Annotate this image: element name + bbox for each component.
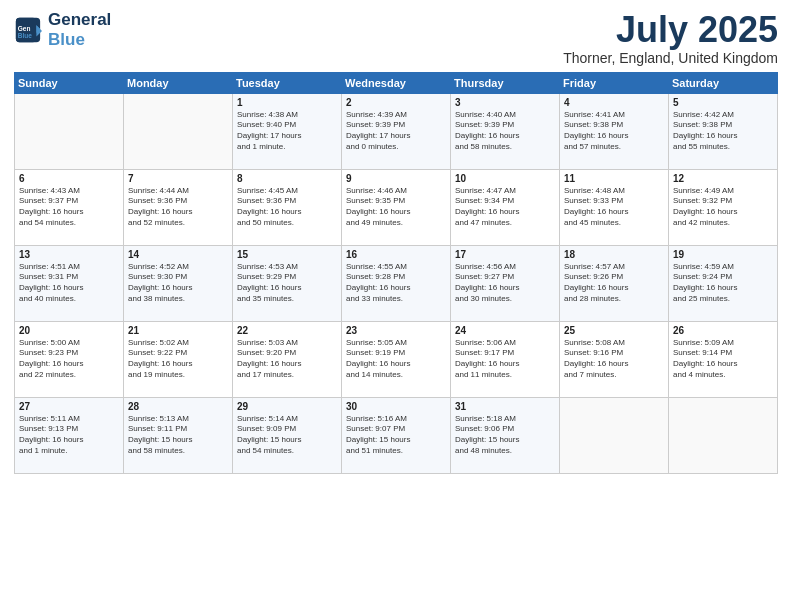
day-number: 9 bbox=[346, 173, 446, 184]
logo-text-line1: General bbox=[48, 10, 111, 30]
day-content: Sunrise: 4:40 AM Sunset: 9:39 PM Dayligh… bbox=[455, 110, 555, 153]
month-title: July 2025 bbox=[563, 10, 778, 50]
day-content: Sunrise: 5:06 AM Sunset: 9:17 PM Dayligh… bbox=[455, 338, 555, 381]
day-content: Sunrise: 5:09 AM Sunset: 9:14 PM Dayligh… bbox=[673, 338, 773, 381]
day-number: 6 bbox=[19, 173, 119, 184]
cell-5-7 bbox=[669, 397, 778, 473]
cell-4-7: 26Sunrise: 5:09 AM Sunset: 9:14 PM Dayli… bbox=[669, 321, 778, 397]
cell-1-7: 5Sunrise: 4:42 AM Sunset: 9:38 PM Daylig… bbox=[669, 93, 778, 169]
day-content: Sunrise: 4:46 AM Sunset: 9:35 PM Dayligh… bbox=[346, 186, 446, 229]
cell-2-1: 6Sunrise: 4:43 AM Sunset: 9:37 PM Daylig… bbox=[15, 169, 124, 245]
cell-2-4: 9Sunrise: 4:46 AM Sunset: 9:35 PM Daylig… bbox=[342, 169, 451, 245]
cell-4-2: 21Sunrise: 5:02 AM Sunset: 9:22 PM Dayli… bbox=[124, 321, 233, 397]
week-row-1: 1Sunrise: 4:38 AM Sunset: 9:40 PM Daylig… bbox=[15, 93, 778, 169]
day-content: Sunrise: 4:49 AM Sunset: 9:32 PM Dayligh… bbox=[673, 186, 773, 229]
col-sunday: Sunday bbox=[15, 72, 124, 93]
cell-3-1: 13Sunrise: 4:51 AM Sunset: 9:31 PM Dayli… bbox=[15, 245, 124, 321]
title-block: July 2025 Thorner, England, United Kingd… bbox=[563, 10, 778, 66]
cell-3-6: 18Sunrise: 4:57 AM Sunset: 9:26 PM Dayli… bbox=[560, 245, 669, 321]
day-content: Sunrise: 5:03 AM Sunset: 9:20 PM Dayligh… bbox=[237, 338, 337, 381]
day-content: Sunrise: 4:52 AM Sunset: 9:30 PM Dayligh… bbox=[128, 262, 228, 305]
day-content: Sunrise: 5:05 AM Sunset: 9:19 PM Dayligh… bbox=[346, 338, 446, 381]
day-number: 10 bbox=[455, 173, 555, 184]
header: Gen Blue General Blue July 2025 Thorner,… bbox=[14, 10, 778, 66]
cell-4-6: 25Sunrise: 5:08 AM Sunset: 9:16 PM Dayli… bbox=[560, 321, 669, 397]
day-number: 4 bbox=[564, 97, 664, 108]
day-content: Sunrise: 5:11 AM Sunset: 9:13 PM Dayligh… bbox=[19, 414, 119, 457]
logo: Gen Blue General Blue bbox=[14, 10, 111, 49]
cell-3-5: 17Sunrise: 4:56 AM Sunset: 9:27 PM Dayli… bbox=[451, 245, 560, 321]
day-number: 28 bbox=[128, 401, 228, 412]
cell-2-3: 8Sunrise: 4:45 AM Sunset: 9:36 PM Daylig… bbox=[233, 169, 342, 245]
col-tuesday: Tuesday bbox=[233, 72, 342, 93]
cell-3-4: 16Sunrise: 4:55 AM Sunset: 9:28 PM Dayli… bbox=[342, 245, 451, 321]
day-content: Sunrise: 5:02 AM Sunset: 9:22 PM Dayligh… bbox=[128, 338, 228, 381]
week-row-2: 6Sunrise: 4:43 AM Sunset: 9:37 PM Daylig… bbox=[15, 169, 778, 245]
cell-1-1 bbox=[15, 93, 124, 169]
day-content: Sunrise: 4:44 AM Sunset: 9:36 PM Dayligh… bbox=[128, 186, 228, 229]
calendar-body: 1Sunrise: 4:38 AM Sunset: 9:40 PM Daylig… bbox=[15, 93, 778, 473]
day-content: Sunrise: 4:56 AM Sunset: 9:27 PM Dayligh… bbox=[455, 262, 555, 305]
day-content: Sunrise: 5:00 AM Sunset: 9:23 PM Dayligh… bbox=[19, 338, 119, 381]
day-number: 16 bbox=[346, 249, 446, 260]
day-content: Sunrise: 4:55 AM Sunset: 9:28 PM Dayligh… bbox=[346, 262, 446, 305]
day-content: Sunrise: 4:42 AM Sunset: 9:38 PM Dayligh… bbox=[673, 110, 773, 153]
day-number: 11 bbox=[564, 173, 664, 184]
col-thursday: Thursday bbox=[451, 72, 560, 93]
cell-1-4: 2Sunrise: 4:39 AM Sunset: 9:39 PM Daylig… bbox=[342, 93, 451, 169]
day-content: Sunrise: 4:47 AM Sunset: 9:34 PM Dayligh… bbox=[455, 186, 555, 229]
day-content: Sunrise: 4:57 AM Sunset: 9:26 PM Dayligh… bbox=[564, 262, 664, 305]
calendar-page: Gen Blue General Blue July 2025 Thorner,… bbox=[0, 0, 792, 612]
day-number: 21 bbox=[128, 325, 228, 336]
day-content: Sunrise: 4:45 AM Sunset: 9:36 PM Dayligh… bbox=[237, 186, 337, 229]
col-wednesday: Wednesday bbox=[342, 72, 451, 93]
day-content: Sunrise: 5:14 AM Sunset: 9:09 PM Dayligh… bbox=[237, 414, 337, 457]
cell-2-2: 7Sunrise: 4:44 AM Sunset: 9:36 PM Daylig… bbox=[124, 169, 233, 245]
day-content: Sunrise: 5:18 AM Sunset: 9:06 PM Dayligh… bbox=[455, 414, 555, 457]
day-number: 30 bbox=[346, 401, 446, 412]
day-number: 24 bbox=[455, 325, 555, 336]
cell-5-5: 31Sunrise: 5:18 AM Sunset: 9:06 PM Dayli… bbox=[451, 397, 560, 473]
day-number: 3 bbox=[455, 97, 555, 108]
cell-5-3: 29Sunrise: 5:14 AM Sunset: 9:09 PM Dayli… bbox=[233, 397, 342, 473]
cell-5-6 bbox=[560, 397, 669, 473]
calendar-table: Sunday Monday Tuesday Wednesday Thursday… bbox=[14, 72, 778, 474]
day-number: 20 bbox=[19, 325, 119, 336]
day-number: 12 bbox=[673, 173, 773, 184]
day-number: 31 bbox=[455, 401, 555, 412]
day-content: Sunrise: 4:48 AM Sunset: 9:33 PM Dayligh… bbox=[564, 186, 664, 229]
day-number: 25 bbox=[564, 325, 664, 336]
day-content: Sunrise: 5:13 AM Sunset: 9:11 PM Dayligh… bbox=[128, 414, 228, 457]
day-content: Sunrise: 4:38 AM Sunset: 9:40 PM Dayligh… bbox=[237, 110, 337, 153]
cell-3-7: 19Sunrise: 4:59 AM Sunset: 9:24 PM Dayli… bbox=[669, 245, 778, 321]
day-number: 19 bbox=[673, 249, 773, 260]
day-number: 2 bbox=[346, 97, 446, 108]
day-number: 14 bbox=[128, 249, 228, 260]
day-content: Sunrise: 4:43 AM Sunset: 9:37 PM Dayligh… bbox=[19, 186, 119, 229]
svg-text:Gen: Gen bbox=[18, 24, 31, 31]
cell-4-1: 20Sunrise: 5:00 AM Sunset: 9:23 PM Dayli… bbox=[15, 321, 124, 397]
logo-icon: Gen Blue bbox=[14, 16, 42, 44]
day-number: 5 bbox=[673, 97, 773, 108]
cell-4-4: 23Sunrise: 5:05 AM Sunset: 9:19 PM Dayli… bbox=[342, 321, 451, 397]
day-content: Sunrise: 4:51 AM Sunset: 9:31 PM Dayligh… bbox=[19, 262, 119, 305]
day-content: Sunrise: 5:08 AM Sunset: 9:16 PM Dayligh… bbox=[564, 338, 664, 381]
week-row-3: 13Sunrise: 4:51 AM Sunset: 9:31 PM Dayli… bbox=[15, 245, 778, 321]
col-friday: Friday bbox=[560, 72, 669, 93]
day-number: 18 bbox=[564, 249, 664, 260]
day-number: 13 bbox=[19, 249, 119, 260]
cell-1-5: 3Sunrise: 4:40 AM Sunset: 9:39 PM Daylig… bbox=[451, 93, 560, 169]
day-number: 1 bbox=[237, 97, 337, 108]
cell-2-5: 10Sunrise: 4:47 AM Sunset: 9:34 PM Dayli… bbox=[451, 169, 560, 245]
col-monday: Monday bbox=[124, 72, 233, 93]
cell-2-6: 11Sunrise: 4:48 AM Sunset: 9:33 PM Dayli… bbox=[560, 169, 669, 245]
week-row-4: 20Sunrise: 5:00 AM Sunset: 9:23 PM Dayli… bbox=[15, 321, 778, 397]
day-content: Sunrise: 4:53 AM Sunset: 9:29 PM Dayligh… bbox=[237, 262, 337, 305]
cell-5-2: 28Sunrise: 5:13 AM Sunset: 9:11 PM Dayli… bbox=[124, 397, 233, 473]
cell-2-7: 12Sunrise: 4:49 AM Sunset: 9:32 PM Dayli… bbox=[669, 169, 778, 245]
day-number: 23 bbox=[346, 325, 446, 336]
cell-3-3: 15Sunrise: 4:53 AM Sunset: 9:29 PM Dayli… bbox=[233, 245, 342, 321]
day-number: 17 bbox=[455, 249, 555, 260]
cell-1-3: 1Sunrise: 4:38 AM Sunset: 9:40 PM Daylig… bbox=[233, 93, 342, 169]
svg-text:Blue: Blue bbox=[18, 32, 32, 39]
